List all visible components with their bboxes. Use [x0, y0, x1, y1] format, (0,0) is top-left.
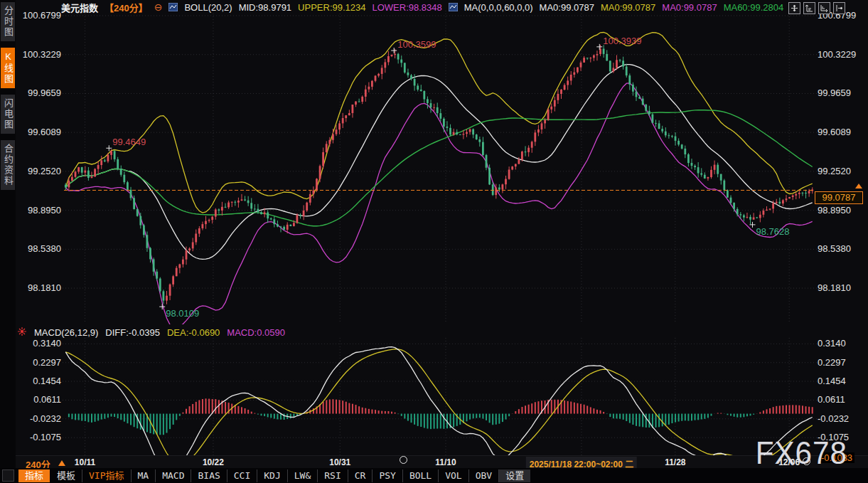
- pan-icon[interactable]: [788, 2, 800, 14]
- macd-label: MACD(26,12,9): [34, 327, 98, 338]
- sidebar-tab[interactable]: 闪电图: [1, 95, 15, 134]
- ma0-yellow-value: MA0:99.0787: [601, 2, 655, 13]
- y-axis-label: 99.6089: [17, 127, 61, 138]
- macd-y-axis-label: 0.1454: [818, 376, 866, 387]
- toolbar-item[interactable]: BOLL: [403, 469, 439, 482]
- header-tools: [788, 2, 845, 14]
- macd-diff-value: DIFF:-0.0395: [105, 327, 160, 338]
- chart-header: 美元指数 【240分】 ⊖ BOLL(20,2) MID:98.9791 UPP…: [61, 1, 783, 14]
- toolbar-item[interactable]: VOL: [439, 469, 468, 482]
- y-axis-label: 100.3229: [17, 49, 61, 60]
- boll-upper-value: UPPER:99.1234: [298, 2, 365, 13]
- toolbar-item[interactable]: MACD: [156, 469, 191, 482]
- y-axis-label: 99.2520: [818, 166, 866, 177]
- x-axis-scale-icon[interactable]: [818, 2, 830, 14]
- x-axis-date: 10/22: [203, 457, 224, 467]
- svg-text:98.7628: 98.7628: [756, 226, 789, 237]
- y-axis-label: 99.6089: [818, 127, 866, 138]
- y-axis-label: 99.2520: [17, 166, 61, 177]
- y-axis-label: 100.3229: [818, 49, 866, 60]
- toolbar-grid-icon[interactable]: [2, 469, 14, 482]
- toolbar-item[interactable]: KDJ: [257, 469, 287, 482]
- y-axis-label: 100.6799: [17, 10, 61, 21]
- macd-star-icon[interactable]: [17, 327, 27, 339]
- toolbar-item[interactable]: 设置: [499, 469, 530, 482]
- boll-lower-value: LOWER:98.8348: [373, 2, 442, 13]
- svg-text:99.4649: 99.4649: [112, 137, 146, 147]
- boll-mid-value: MID:98.9791: [239, 2, 291, 13]
- period-tag[interactable]: 【240分】: [105, 1, 148, 14]
- macd-header: MACD(26,12,9) DIFF:-0.0395 DEA:-0.0690 M…: [17, 327, 285, 339]
- toolbar-item[interactable]: 模板: [50, 469, 82, 482]
- period-up-triangle[interactable]: [58, 460, 65, 466]
- bottom-toolbar: 指标模板VIP指标MAMACDBIASCCIKDJLW&RSICRPSYBOLL…: [0, 468, 868, 483]
- watermark: FX678: [756, 437, 847, 469]
- ma-label: MA(0,0,0,60,0,0): [464, 2, 533, 13]
- svg-text:98.0109: 98.0109: [166, 308, 199, 319]
- y-axis-label: 98.5380: [818, 243, 866, 255]
- toolbar-item[interactable]: PSY: [373, 469, 402, 482]
- macd-dea-value: DEA:-0.0690: [167, 327, 220, 338]
- macd-y-axis-label: -0.1075: [17, 432, 61, 443]
- toolbar-item[interactable]: RSI: [318, 469, 348, 482]
- macd-y-axis-label: 0.0611: [818, 394, 866, 405]
- x-axis[interactable]: 240分 10/1110/2210/3111/1011/2812/062025/…: [16, 455, 868, 469]
- macd-y-axis-label: -0.0232: [818, 413, 866, 425]
- sidebar-tab[interactable]: K线图: [1, 48, 15, 88]
- collapse-icon[interactable]: ⊖: [154, 3, 163, 11]
- ma60-green-value: MA60:99.2804: [724, 2, 784, 13]
- macd-y-axis-label: 0.1454: [17, 376, 61, 387]
- macd-y-axis-label: 0.3140: [17, 338, 61, 349]
- toolbar-item[interactable]: VIP指标: [82, 469, 131, 482]
- toolbar-item[interactable]: 指标: [18, 469, 50, 482]
- toolbar-item[interactable]: CCI: [227, 469, 257, 482]
- sidebar-tab[interactable]: 分时图: [1, 2, 15, 41]
- ma0-magenta-value: MA0:99.0787: [662, 2, 717, 13]
- toolbar-item[interactable]: OBV: [469, 469, 499, 482]
- y-axis-label: 98.8950: [17, 205, 61, 216]
- toolbar-item[interactable]: BIAS: [191, 469, 227, 482]
- axis-handle-icon[interactable]: [400, 456, 407, 464]
- y-axis-label: 99.9659: [818, 87, 866, 99]
- ma-chart-icon[interactable]: [449, 3, 458, 11]
- current-price-badge: 99.0787: [815, 191, 863, 204]
- y-axis-label: 98.8950: [818, 205, 866, 216]
- y-axis-label: 98.5380: [17, 243, 61, 255]
- toolbar-item[interactable]: MA: [132, 469, 156, 482]
- x-axis-date: 11/10: [435, 457, 456, 467]
- macd-y-axis-label: 0.2297: [17, 357, 61, 368]
- svg-text:100.3939: 100.3939: [603, 36, 641, 46]
- toolbar-item[interactable]: CR: [348, 469, 373, 482]
- price-up-arrow: [855, 184, 862, 189]
- ma0-white-value: MA0:99.0787: [540, 2, 594, 13]
- x-axis-date: 10/11: [75, 457, 95, 467]
- macd-y-axis-label: 0.0611: [17, 394, 61, 405]
- sidebar-tab[interactable]: 合约资料: [1, 140, 15, 190]
- candlestick-chart[interactable]: 99.4649100.3599100.393998.010998.7628: [0, 0, 868, 483]
- macd-y-axis-label: 0.3140: [818, 338, 866, 349]
- x-axis-date: 10/31: [329, 457, 350, 467]
- sidebar: 分时图K线图闪电图合约资料: [0, 0, 16, 483]
- y-axis-label: 99.9659: [17, 87, 61, 99]
- y-axis-label: 98.1810: [818, 282, 866, 294]
- toolbar-item[interactable]: LW&: [288, 469, 318, 482]
- toolbar-items: 指标模板VIP指标MAMACDBIASCCIKDJLW&RSICRPSYBOLL…: [18, 469, 530, 482]
- x-axis-date: 11/28: [665, 457, 685, 467]
- trading-chart-app: 99.4649100.3599100.393998.010998.7628 分时…: [0, 0, 868, 483]
- shift-right-icon[interactable]: [833, 2, 845, 14]
- y-axis-scale-icon[interactable]: [803, 2, 815, 14]
- symbol-title: 美元指数: [61, 1, 98, 14]
- svg-text:100.3599: 100.3599: [397, 39, 436, 50]
- boll-chart-icon[interactable]: [168, 3, 178, 11]
- y-axis-label: 98.1810: [17, 282, 61, 294]
- macd-y-axis-label: 0.2297: [818, 357, 866, 368]
- macd-y-axis-label: -0.0232: [17, 413, 61, 425]
- boll-label: BOLL(20,2): [184, 2, 232, 13]
- macd-macd-value: MACD:0.0590: [227, 327, 285, 338]
